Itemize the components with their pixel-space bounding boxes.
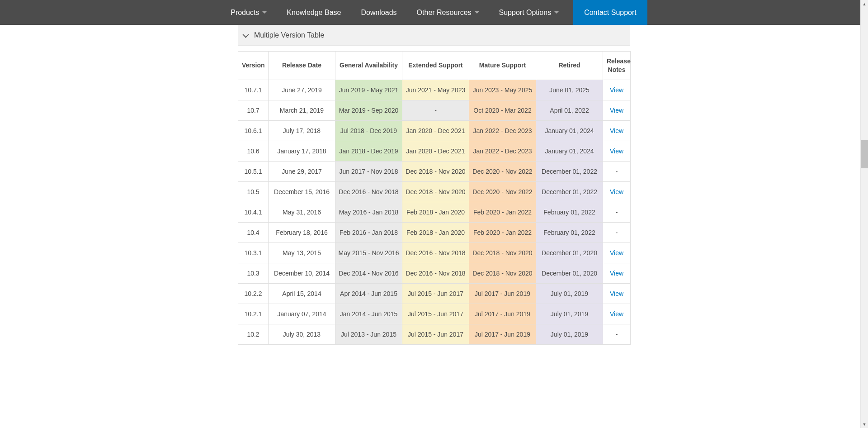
cell-release-notes[interactable]: View [603, 304, 631, 324]
cell-mature: Jan 2022 - Dec 2023 [469, 120, 536, 141]
cell-retired: July 01, 2019 [536, 304, 603, 324]
cell-version: 10.2.1 [238, 304, 269, 324]
cell-release-notes: - [603, 161, 631, 181]
cell-release-date: December 10, 2014 [269, 263, 335, 283]
table-row: 10.3.1May 13, 2015May 2015 - Nov 2016Dec… [238, 243, 631, 263]
cell-release-notes[interactable]: View [603, 120, 631, 141]
cell-version: 10.4.1 [238, 202, 269, 222]
cell-extended: Dec 2018 - Nov 2020 [402, 161, 469, 181]
release-notes-link[interactable]: View [610, 127, 623, 134]
nav-support[interactable]: Support Options [489, 0, 569, 25]
top-nav-inner: Products Knowledge Base Downloads Other … [221, 0, 647, 25]
release-notes-link[interactable]: View [610, 249, 623, 257]
nav-other[interactable]: Other Resources [407, 0, 489, 25]
scrollbar-vertical[interactable]: ▲ ▼ [860, 0, 868, 345]
cell-release-date: April 15, 2014 [269, 283, 335, 304]
table-row: 10.2July 30, 2013Jul 2013 - Jun 2015Jul … [238, 324, 631, 344]
cell-ga: Jan 2014 - Jun 2015 [335, 304, 402, 324]
cell-version: 10.5.1 [238, 161, 269, 181]
cell-retired: June 01, 2025 [536, 80, 603, 100]
cell-extended: Jan 2020 - Dec 2021 [402, 120, 469, 141]
cell-ga: Jan 2018 - Dec 2019 [335, 141, 402, 161]
cell-release-notes[interactable]: View [603, 243, 631, 263]
release-notes-link[interactable]: View [610, 147, 623, 155]
cell-extended: Feb 2018 - Jan 2020 [402, 202, 469, 222]
col-retired: Retired [536, 52, 603, 80]
cell-mature: Dec 2018 - Nov 2020 [469, 263, 536, 283]
cell-release-date: May 31, 2016 [269, 202, 335, 222]
cell-mature: Jul 2017 - Jun 2019 [469, 304, 536, 324]
cell-release-notes[interactable]: View [603, 263, 631, 283]
cell-version: 10.3 [238, 263, 269, 283]
nav-products-label: Products [231, 9, 259, 17]
release-notes-link[interactable]: View [610, 310, 623, 318]
table-row: 10.5December 15, 2016Dec 2016 - Nov 2018… [238, 181, 631, 202]
cell-release-notes[interactable]: View [603, 141, 631, 161]
accordion-title: Multiple Version Table [254, 31, 324, 39]
scroll-thumb[interactable] [861, 140, 868, 168]
version-lifecycle-table: Version Release Date General Availabilit… [238, 51, 631, 345]
cell-mature: Jul 2017 - Jun 2019 [469, 324, 536, 344]
release-notes-link[interactable]: View [610, 290, 623, 297]
col-ga: General Availability [335, 52, 402, 80]
nav-products[interactable]: Products [221, 0, 277, 25]
cell-ga: Jun 2019 - May 2021 [335, 80, 402, 100]
cell-extended: Jun 2021 - May 2023 [402, 80, 469, 100]
cell-release-date: June 27, 2019 [269, 80, 335, 100]
cell-release-notes: - [603, 202, 631, 222]
cell-ga: Mar 2019 - Sep 2020 [335, 100, 402, 120]
nav-contact-support[interactable]: Contact Support [573, 0, 647, 25]
cell-extended: Dec 2016 - Nov 2018 [402, 263, 469, 283]
caret-down-icon [475, 11, 479, 14]
cell-mature: Jan 2022 - Dec 2023 [469, 141, 536, 161]
scroll-up-icon[interactable]: ▲ [861, 0, 868, 8]
cell-release-notes[interactable]: View [603, 80, 631, 100]
cell-mature: Feb 2020 - Jan 2022 [469, 202, 536, 222]
cell-version: 10.2.2 [238, 283, 269, 304]
table-row: 10.2.1January 07, 2014Jan 2014 - Jun 201… [238, 304, 631, 324]
cell-release-date: June 29, 2017 [269, 161, 335, 181]
cell-release-date: July 30, 2013 [269, 324, 335, 344]
cell-ga: May 2016 - Jan 2018 [335, 202, 402, 222]
caret-down-icon [262, 11, 267, 14]
cell-release-notes[interactable]: View [603, 283, 631, 304]
table-row: 10.5.1June 29, 2017Jun 2017 - Nov 2018De… [238, 161, 631, 181]
cell-extended: Dec 2018 - Nov 2020 [402, 181, 469, 202]
cell-version: 10.7.1 [238, 80, 269, 100]
cell-mature: Dec 2020 - Nov 2022 [469, 161, 536, 181]
accordion-multiple-version-table[interactable]: Multiple Version Table [238, 25, 630, 46]
cell-ga: Dec 2016 - Nov 2018 [335, 181, 402, 202]
release-notes-link[interactable]: View [610, 270, 623, 277]
cell-extended: Jul 2015 - Jun 2017 [402, 304, 469, 324]
cell-release-date: January 17, 2018 [269, 141, 335, 161]
nav-downloads[interactable]: Downloads [351, 0, 406, 25]
col-extended: Extended Support [402, 52, 469, 80]
cell-retired: February 01, 2022 [536, 222, 603, 243]
cell-mature: Oct 2020 - Mar 2022 [469, 100, 536, 120]
cell-release-date: January 07, 2014 [269, 304, 335, 324]
release-notes-link[interactable]: View [610, 107, 623, 114]
table-row: 10.4.1May 31, 2016May 2016 - Jan 2018Feb… [238, 202, 631, 222]
cell-release-notes[interactable]: View [603, 181, 631, 202]
caret-down-icon [554, 11, 559, 14]
nav-kb[interactable]: Knowledge Base [277, 0, 351, 25]
col-version: Version [238, 52, 269, 80]
table-row: 10.4February 18, 2016Feb 2016 - Jan 2018… [238, 222, 631, 243]
release-notes-link[interactable]: View [610, 86, 623, 94]
nav-support-label: Support Options [499, 9, 552, 17]
cell-retired: April 01, 2022 [536, 100, 603, 120]
cell-release-date: March 21, 2019 [269, 100, 335, 120]
cell-extended: - [402, 100, 469, 120]
cell-extended: Jul 2015 - Jun 2017 [402, 283, 469, 304]
cell-mature: Dec 2018 - Nov 2020 [469, 243, 536, 263]
col-release-notes: Release Notes [603, 52, 631, 80]
cell-release-notes[interactable]: View [603, 100, 631, 120]
cell-version: 10.6.1 [238, 120, 269, 141]
cell-mature: Dec 2020 - Nov 2022 [469, 181, 536, 202]
cell-retired: July 01, 2019 [536, 324, 603, 344]
cell-version: 10.2 [238, 324, 269, 344]
chevron-down-icon [243, 32, 249, 38]
nav-downloads-label: Downloads [361, 9, 396, 17]
cell-ga: Apr 2014 - Jun 2015 [335, 283, 402, 304]
release-notes-link[interactable]: View [610, 188, 623, 195]
